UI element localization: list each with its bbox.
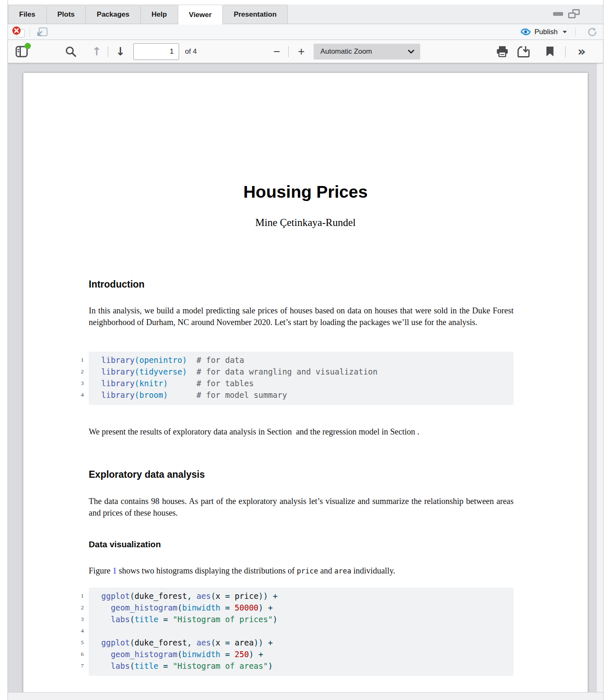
line-number: 1: [67, 593, 84, 599]
search-icon: [65, 45, 77, 58]
refresh-button[interactable]: [586, 26, 598, 38]
toolbar-more-tools-button[interactable]: »: [573, 45, 589, 59]
vertical-scrollbar[interactable]: [596, 63, 603, 692]
publish-icon: [520, 28, 531, 36]
zoom-in-button[interactable]: +: [294, 45, 308, 59]
stop-button[interactable]: [12, 26, 25, 38]
line-number: 3: [67, 380, 84, 387]
eda-paragraph: The data contains 98 houses. As part of …: [89, 495, 514, 519]
download-button[interactable]: [516, 45, 531, 59]
document-author: Mine Çetinkaya-Rundel: [23, 217, 588, 228]
tab-packages[interactable]: Packages: [86, 5, 140, 24]
code-line: 2library(tidyverse) # for data wrangling…: [67, 366, 514, 377]
divider: [565, 46, 566, 57]
line-number: 4: [67, 628, 84, 634]
code-line: 5ggplot(duke_forest, aes(x = area)) +: [67, 637, 514, 648]
divider: [575, 27, 576, 37]
chevron-down-icon: [563, 31, 567, 33]
previous-page-button[interactable]: ↑: [90, 45, 103, 59]
pdf-page-1: Housing Prices Mine Çetinkaya-Rundel Int…: [23, 73, 588, 692]
open-in-new-window-icon: [36, 27, 48, 37]
code-line: 4library(broom) # for model summary: [67, 389, 514, 401]
code-text: labs(title = "Histogram of areas"): [84, 661, 273, 670]
tab-files[interactable]: Files: [8, 5, 47, 24]
figure-sentence-post: individually.: [351, 566, 395, 575]
tab-viewer[interactable]: Viewer: [178, 5, 223, 25]
maximize-front-square: [568, 12, 576, 18]
heading-data-visualization: Data visualization: [89, 539, 161, 549]
figure-sentence-pre: Figure: [89, 566, 112, 575]
bookmark-button[interactable]: [545, 45, 554, 59]
viewer-pane: Files Plots Packages Help Viewer Present…: [7, 0, 604, 700]
divider: [288, 46, 289, 57]
line-number: 2: [67, 604, 84, 611]
inline-code-area: area: [334, 567, 352, 575]
chevron-down-icon: [408, 50, 414, 54]
figure-1-link[interactable]: 1: [112, 566, 117, 575]
notification-dot: [25, 43, 31, 49]
figure-paragraph: Figure 1 shows two histograms displaying…: [89, 565, 514, 577]
code-line: 6 geom_histogram(binwidth = 250) +: [67, 648, 514, 660]
page-count-label: of 4: [185, 47, 197, 56]
double-chevron-right-icon: »: [578, 45, 585, 58]
bookmark-icon: [546, 47, 554, 57]
heading-exploratory-data-analysis: Exploratory data analysis: [89, 469, 205, 480]
next-page-button[interactable]: ↓: [114, 45, 127, 59]
line-number: 6: [67, 651, 84, 658]
pane-window-controls: [553, 9, 580, 18]
open-in-new-window-button[interactable]: [36, 27, 48, 37]
line-number: 4: [67, 392, 84, 398]
download-icon: [517, 45, 530, 58]
zoom-out-button[interactable]: −: [270, 45, 283, 59]
code-text: ggplot(duke_forest, aes(x = price)) +: [84, 591, 277, 601]
viewer-toolbar-right: Publish: [519, 26, 599, 38]
code-line: 4: [67, 625, 514, 637]
code-line: 3 labs(title = "Histogram of prices"): [67, 613, 514, 625]
tab-presentation[interactable]: Presentation: [223, 5, 288, 24]
code-line: 7 labs(title = "Histogram of areas"): [67, 660, 514, 672]
zoom-level-label: Automatic Zoom: [320, 47, 372, 56]
code-text: library(openintro) # for data: [84, 355, 244, 365]
refresh-icon: [586, 26, 598, 38]
code-line: 2 geom_histogram(binwidth = 50000) +: [67, 602, 514, 613]
code-block-histograms: 1ggplot(duke_forest, aes(x = price)) +2 …: [67, 588, 514, 676]
viewer-toolbar: Publish: [8, 24, 603, 40]
code-lines-histograms: 1ggplot(duke_forest, aes(x = price)) +2 …: [67, 590, 514, 672]
stop-icon: [12, 26, 21, 35]
code-text: labs(title = "Histogram of prices"): [84, 615, 277, 624]
tab-files-label: Files: [19, 10, 35, 19]
code-text: library(tidyverse) # for data wrangling …: [84, 367, 378, 376]
code-line: 3library(knitr) # for tables: [67, 377, 514, 389]
zoom-level-select[interactable]: Automatic Zoom: [314, 44, 420, 60]
heading-introduction: Introduction: [89, 279, 145, 290]
horizontal-scrollbar[interactable]: [8, 692, 603, 700]
search-button[interactable]: [64, 45, 78, 59]
code-text: ggplot(duke_forest, aes(x = area)) +: [84, 638, 273, 647]
divider: [30, 27, 30, 37]
tab-plots-label: Plots: [57, 10, 75, 19]
code-text: library(broom) # for model summary: [84, 390, 287, 400]
sidebar-toggle-button[interactable]: [15, 45, 29, 59]
minimize-pane-icon[interactable]: [553, 12, 563, 16]
line-number: 3: [67, 616, 84, 623]
line-number: 5: [67, 639, 84, 646]
code-block-libraries: 1library(openintro) # for data2library(t…: [67, 352, 514, 405]
print-button[interactable]: [495, 45, 509, 59]
code-text: geom_histogram(binwidth = 50000) +: [84, 603, 273, 612]
rstudio-viewer-pane-screenshot: Files Plots Packages Help Viewer Present…: [0, 0, 611, 700]
publish-label: Publish: [534, 28, 558, 36]
code-text: library(knitr) # for tables: [84, 379, 254, 388]
tab-help[interactable]: Help: [141, 5, 178, 24]
pane-tab-bar: Files Plots Packages Help Viewer Present…: [8, 0, 603, 24]
publish-button[interactable]: Publish: [519, 27, 569, 37]
code-line: 1ggplot(duke_forest, aes(x = price)) +: [67, 590, 514, 602]
maximize-pane-icon[interactable]: [568, 9, 580, 18]
present-paragraph: We present the results of exploratory da…: [89, 426, 514, 437]
line-number: 1: [67, 357, 84, 363]
print-icon: [496, 46, 509, 57]
line-number: 2: [67, 368, 84, 375]
tab-plots[interactable]: Plots: [47, 5, 86, 24]
divider: [108, 46, 108, 57]
document-title: Housing Prices: [23, 182, 588, 202]
page-number-input[interactable]: [133, 43, 179, 60]
